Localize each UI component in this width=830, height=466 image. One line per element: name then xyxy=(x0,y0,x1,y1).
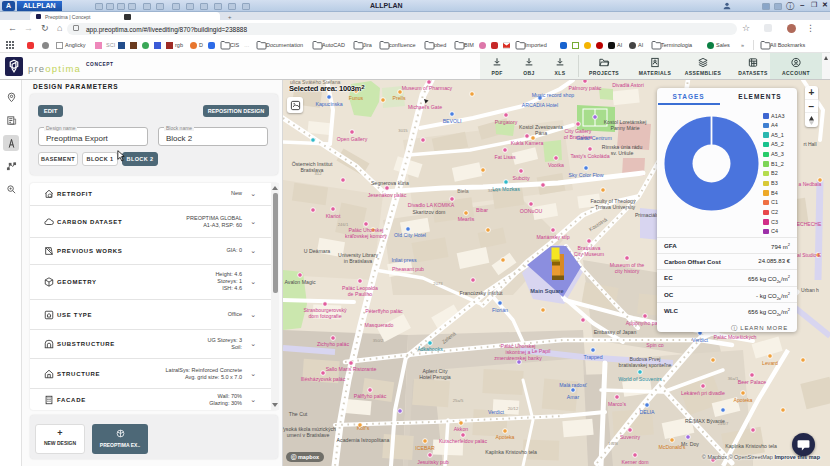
svg-text:Marco's: Marco's xyxy=(608,401,626,407)
svg-text:ICEBAR: ICEBAR xyxy=(415,445,435,451)
svg-text:Ádkabooks: Ádkabooks xyxy=(417,346,443,352)
svg-text:Pheasant pub: Pheasant pub xyxy=(392,266,424,272)
svg-text:350/2: 350/2 xyxy=(373,338,384,343)
svg-text:Biela: Biela xyxy=(457,188,469,194)
svg-text:city history: city history xyxy=(615,268,640,274)
svg-text:The Cut: The Cut xyxy=(289,411,308,417)
svg-text:Skaritzov dom: Skaritzov dom xyxy=(413,209,446,215)
svg-text:Suveniry: Suveniry xyxy=(620,434,641,440)
svg-text:Beer Palace: Beer Palace xyxy=(738,379,766,385)
svg-text:Sky Color Flow: Sky Color Flow xyxy=(569,172,604,178)
svg-text:Kukla Kamera: Kukla Kamera xyxy=(511,140,544,146)
svg-text:Vootka: Vootka xyxy=(548,162,564,168)
svg-text:Bratislava: Bratislava xyxy=(301,167,324,173)
svg-text:al Studio E: al Studio E xyxy=(797,252,822,258)
svg-text:Avalon Magic: Avalon Magic xyxy=(284,279,315,285)
svg-text:Apoteka: Apoteka xyxy=(733,397,752,403)
svg-text:Amar: Amar xyxy=(567,394,580,400)
svg-text:Klariot: Klariot xyxy=(326,213,341,219)
svg-text:Subcity: Subcity xyxy=(512,175,529,181)
svg-text:Segnerova kúria: Segnerova kúria xyxy=(371,180,409,186)
svg-text:Florián: Florián xyxy=(492,307,508,313)
svg-text:162B: 162B xyxy=(608,441,618,446)
svg-text:Prells: Prells xyxy=(393,95,406,101)
svg-text:Kapucínska: Kapucínska xyxy=(315,101,342,107)
svg-text:Inliat press: Inliat press xyxy=(391,257,416,263)
svg-text:Kerner dom: Kerner dom xyxy=(621,459,648,465)
svg-text:Embassy of Japan: Embassy of Japan xyxy=(594,329,637,335)
svg-text:a Nedbala: a Nedbala xyxy=(799,181,822,187)
svg-text:Francúzsky inštitút: Francúzsky inštitút xyxy=(460,290,504,296)
svg-text:Los Mozkas: Los Mozkas xyxy=(492,186,520,192)
svg-text:Divadlá Astori: Divadlá Astori xyxy=(612,82,644,88)
svg-text:World of Souvenirs: World of Souvenirs xyxy=(618,376,662,382)
svg-text:Panny Márie: Panny Márie xyxy=(610,125,639,131)
svg-text:ECHECHE: ECHECHE xyxy=(797,221,822,227)
svg-text:Michael's Gate: Michael's Gate xyxy=(408,104,442,110)
svg-text:U Deámara: U Deámara xyxy=(304,248,331,254)
svg-text:de Pauliho: de Pauliho xyxy=(348,291,373,297)
svg-text:City Museum: City Museum xyxy=(574,251,604,257)
svg-text:Apoteka: Apoteka xyxy=(495,434,514,440)
svg-text:Verdict: Verdict xyxy=(692,337,708,343)
svg-text:Sallo Maris Ristorante: Sallo Maris Ristorante xyxy=(326,366,377,372)
svg-text:Illésházyovsk palác: Illésházyovsk palác xyxy=(301,376,346,382)
svg-text:Pálffyho palác: Pálffyho palác xyxy=(354,393,387,399)
svg-text:Funus: Funus xyxy=(349,95,364,101)
svg-text:Kaplnka Kristovho tela: Kaplnka Kristovho tela xyxy=(725,443,777,449)
svg-text:Museum of Pharmacy: Museum of Pharmacy xyxy=(402,85,453,91)
svg-text:DELIA: DELIA xyxy=(640,409,656,415)
svg-text:kráľovskej komory: kráľovskej komory xyxy=(345,233,387,239)
svg-text:Garáž Centrum: Garáž Centrum xyxy=(576,135,611,141)
svg-text:Fat Lisas: Fat Lisas xyxy=(494,154,515,160)
svg-text:dom fotografie: dom fotografie xyxy=(308,313,341,319)
svg-text:Kaplnka Kristovho tela: Kaplnka Kristovho tela xyxy=(485,449,537,455)
svg-text:BEVOLI: BEVOLI xyxy=(443,118,462,124)
svg-text:Open Gallery: Open Gallery xyxy=(337,136,368,142)
svg-text:sv. Uršule: sv. Uršule xyxy=(611,150,634,156)
svg-text:Main Square: Main Square xyxy=(530,288,563,294)
svg-text:Lekáreň pri divadle: Lekáreň pri divadle xyxy=(681,390,725,396)
svg-text:bratislavskej sporiteľne: bratislavskej sporiteľne xyxy=(619,362,672,368)
svg-text:Akkon: Akkon xyxy=(454,426,469,432)
svg-text:Kutscherfeldov palác: Kutscherfeldov palác xyxy=(439,438,488,444)
svg-text:in Bratislava: in Bratislava xyxy=(344,258,372,264)
svg-text:Malá radosť: Malá radosť xyxy=(559,382,587,388)
svg-text:20/12: 20/12 xyxy=(508,406,519,411)
svg-text:Jesenákov palác: Jesenákov palác xyxy=(368,192,407,198)
svg-text:Tasty's Cokoláda: Tasty's Cokoláda xyxy=(570,153,609,159)
svg-text:Mearlis: Mearlis xyxy=(458,216,475,222)
svg-text:Palác Motešických: Palác Motešických xyxy=(714,334,757,340)
svg-text:Jesuitsky pub: Jesuitsky pub xyxy=(417,459,449,465)
svg-text:Urban h: Urban h xyxy=(801,287,819,293)
svg-text:Mr. Doy: Mr. Doy xyxy=(681,441,699,447)
svg-text:Masquerado: Masquerado xyxy=(365,322,394,328)
svg-text:Zichyho palác: Zichyho palác xyxy=(317,341,349,347)
svg-text:zmenárenskej banky: zmenárenskej banky xyxy=(494,355,542,361)
svg-text:RE/MAX Bývanie: RE/MAX Bývanie xyxy=(685,418,725,424)
svg-text:Le Papil: Le Papil xyxy=(532,348,551,354)
svg-text:Old City Hotel: Old City Hotel xyxy=(394,232,426,238)
svg-text:umení v Bratislave: umení v Bratislave xyxy=(287,432,330,438)
svg-text:Levard: Levard xyxy=(762,360,778,366)
svg-text:– Trnava University: – Trnava University xyxy=(591,204,636,210)
svg-text:Primaciáln: Primaciáln xyxy=(635,212,659,218)
svg-text:Péterffyho palác: Péterffyho palác xyxy=(365,308,403,314)
svg-text:Spin co: Spin co xyxy=(646,342,663,348)
svg-text:Hotel Perugia: Hotel Perugia xyxy=(419,374,451,380)
svg-text:Pána: Pána xyxy=(535,130,547,136)
svg-text:Verdict: Verdict xyxy=(488,409,504,415)
svg-text:Music record shop: Music record shop xyxy=(532,92,574,98)
svg-text:3015: 3015 xyxy=(398,128,408,133)
svg-text:Trapped: Trapped xyxy=(583,354,602,360)
svg-text:OONuOU: OONuOU xyxy=(520,208,543,214)
svg-text:Bibar: Bibar xyxy=(476,207,488,213)
svg-text:246/1: 246/1 xyxy=(338,222,349,227)
svg-text:25a/5: 25a/5 xyxy=(453,398,464,403)
svg-text:Academia Istropolitana: Academia Istropolitana xyxy=(337,437,390,443)
svg-text:ARCADIA Hotel: ARCADIA Hotel xyxy=(522,102,558,108)
svg-text:Kolf's: Kolf's xyxy=(357,425,370,431)
svg-text:Mariánsky stĺp: Mariánsky stĺp xyxy=(536,234,569,240)
svg-text:rt Hall: rt Hall xyxy=(803,141,816,147)
svg-text:2073: 2073 xyxy=(433,281,443,286)
